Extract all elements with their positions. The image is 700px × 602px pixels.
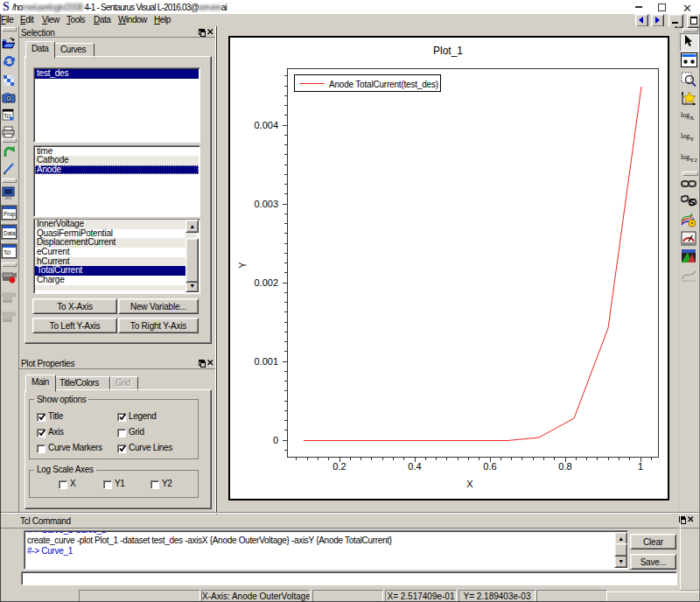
svg-text:Plot_1: Plot_1 (433, 45, 463, 57)
svg-text:0: 0 (273, 435, 278, 445)
svg-text:0.4: 0.4 (408, 461, 421, 472)
svg-text:0.2: 0.2 (332, 461, 346, 472)
svg-text:0.8: 0.8 (558, 461, 571, 472)
svg-text:0.003: 0.003 (254, 199, 278, 209)
svg-text:0.004: 0.004 (254, 120, 278, 130)
svg-text:Y: Y (237, 262, 248, 269)
svg-text:Prop: Prop (4, 211, 16, 218)
svg-text:S: S (689, 197, 695, 207)
svg-text:0.002: 0.002 (254, 277, 278, 288)
svg-text:Data: Data (4, 230, 16, 236)
svg-text:0.6: 0.6 (483, 461, 496, 472)
svg-text:X: X (466, 479, 473, 489)
svg-text:Tcl: Tcl (4, 249, 11, 256)
svg-text:0.001: 0.001 (254, 356, 278, 367)
svg-text:1: 1 (638, 461, 643, 472)
svg-text:Anode TotalCurrent(test_des): Anode TotalCurrent(test_des) (329, 80, 438, 89)
